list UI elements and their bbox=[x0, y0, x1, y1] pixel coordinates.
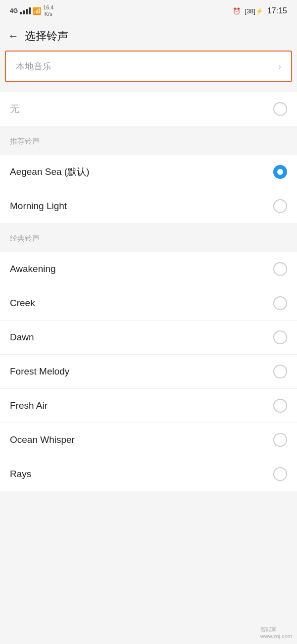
list-item[interactable]: Fresh Air bbox=[0, 389, 297, 423]
list-item[interactable]: Creek bbox=[0, 286, 297, 321]
divider-2 bbox=[0, 126, 297, 131]
none-section: 无 bbox=[0, 92, 297, 126]
recommended-header-text: 推荐铃声 bbox=[10, 137, 40, 145]
item-label-rays: Rays bbox=[10, 469, 31, 480]
item-label-dawn: Dawn bbox=[10, 332, 34, 343]
signal-icon bbox=[20, 7, 31, 14]
radio-morning-light[interactable] bbox=[273, 199, 287, 213]
item-label-aegean: Aegean Sea (默认) bbox=[10, 165, 90, 178]
recommended-section: 推荐铃声 Aegean Sea (默认) Morning Light bbox=[0, 131, 297, 223]
recommended-list: Aegean Sea (默认) Morning Light bbox=[0, 155, 297, 223]
item-label-creek: Creek bbox=[10, 298, 35, 309]
local-music-row[interactable]: 本地音乐 › bbox=[5, 51, 292, 82]
list-item[interactable]: Rays bbox=[0, 457, 297, 491]
radio-dawn[interactable] bbox=[273, 330, 287, 344]
classic-header-text: 经典铃声 bbox=[10, 234, 40, 242]
item-label-awakening: Awakening bbox=[10, 264, 56, 274]
alarm-icon: ⏰ bbox=[233, 7, 241, 15]
wifi-icon: 📶 bbox=[33, 7, 41, 15]
back-button[interactable]: ← bbox=[8, 30, 19, 43]
radio-rays[interactable] bbox=[273, 467, 287, 481]
item-label-none: 无 bbox=[10, 103, 19, 115]
radio-none[interactable] bbox=[273, 102, 287, 116]
classic-section: 经典铃声 Awakening Creek Dawn Forest Melody … bbox=[0, 228, 297, 491]
radio-aegean[interactable] bbox=[273, 165, 287, 179]
list-item[interactable]: 无 bbox=[0, 92, 297, 126]
item-label-morning-light: Morning Light bbox=[10, 201, 67, 212]
status-left: 4G 📶 16.4K/s bbox=[10, 4, 53, 17]
item-label-ocean-whisper: Ocean Whisper bbox=[10, 434, 75, 445]
speed-text: 16.4K/s bbox=[43, 4, 53, 17]
radio-creek[interactable] bbox=[273, 296, 287, 310]
classic-list: Awakening Creek Dawn Forest Melody Fresh… bbox=[0, 252, 297, 491]
page-title: 选择铃声 bbox=[25, 29, 68, 44]
divider-3 bbox=[0, 223, 297, 228]
radio-fresh-air[interactable] bbox=[273, 399, 287, 413]
list-item[interactable]: Aegean Sea (默认) bbox=[0, 155, 297, 189]
watermark: 智能家www.znj.com bbox=[260, 626, 292, 639]
recommended-header: 推荐铃声 bbox=[0, 131, 297, 150]
local-music-label: 本地音乐 bbox=[16, 60, 51, 72]
classic-header: 经典铃声 bbox=[0, 228, 297, 247]
network-type: 4G bbox=[10, 7, 18, 14]
list-item[interactable]: Dawn bbox=[0, 321, 297, 355]
list-item[interactable]: Ocean Whisper bbox=[0, 423, 297, 457]
radio-ocean-whisper[interactable] bbox=[273, 433, 287, 447]
list-item[interactable]: Morning Light bbox=[0, 189, 297, 223]
chevron-right-icon: › bbox=[278, 61, 281, 72]
item-label-fresh-air: Fresh Air bbox=[10, 400, 48, 411]
list-item[interactable]: Awakening bbox=[0, 252, 297, 286]
item-label-forest-melody: Forest Melody bbox=[10, 366, 69, 377]
radio-forest-melody[interactable] bbox=[273, 365, 287, 378]
battery-indicator: [38]⚡ bbox=[245, 7, 263, 15]
list-item[interactable]: Forest Melody bbox=[0, 355, 297, 389]
clock-time: 17:15 bbox=[267, 6, 287, 15]
status-right: ⏰ [38]⚡ 17:15 bbox=[233, 6, 287, 15]
divider-1 bbox=[0, 82, 297, 87]
status-bar: 4G 📶 16.4K/s ⏰ [38]⚡ 17:15 bbox=[0, 0, 297, 22]
radio-awakening[interactable] bbox=[273, 262, 287, 276]
page-header: ← 选择铃声 bbox=[0, 22, 297, 51]
